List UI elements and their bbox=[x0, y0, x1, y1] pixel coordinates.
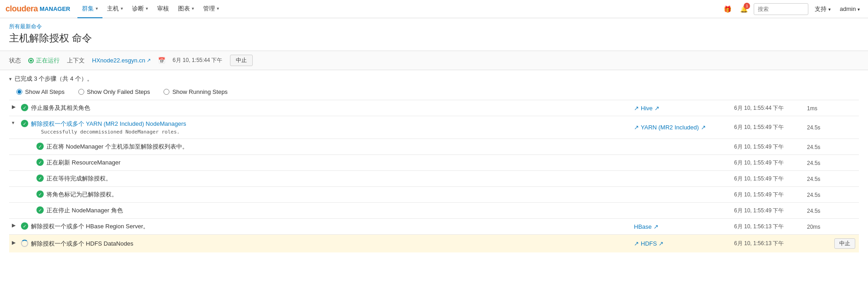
page-title: 主机解除授权 命令 bbox=[0, 31, 868, 51]
table-row: ✓ 正在刷新 ResourceManager 6月 10, 1:55:49 下午… bbox=[9, 155, 859, 171]
step-service: HBase ↗ bbox=[634, 223, 729, 230]
main-content: ▾ 已完成 3 个步骤（共 4 个）。 Show All Steps Show … bbox=[0, 70, 868, 252]
radio-group: Show All Steps Show Only Failed Steps Sh… bbox=[9, 86, 859, 100]
success-icon: ✓ bbox=[36, 190, 44, 198]
step-service: ↗ HDFS ↗ bbox=[634, 240, 729, 247]
service-link[interactable]: HBase bbox=[634, 223, 652, 230]
success-icon: ✓ bbox=[36, 175, 44, 182]
top-nav: cloudera MANAGER 群集 ▾ 主机 ▾ 诊断 ▾ 审核 图表 ▾ … bbox=[0, 0, 868, 18]
step-name: 解除授权一个或多个 HBase Region Server。 bbox=[31, 222, 149, 231]
context-link[interactable]: HXnode22.esgyn.cn ↗ bbox=[92, 57, 151, 64]
step-name: 解除授权一个或多个 HDFS DataNodes bbox=[31, 240, 133, 248]
chevron-down-icon: ▾ bbox=[9, 76, 12, 82]
breadcrumb[interactable]: 所有最新命令 bbox=[0, 18, 868, 31]
step-name: 正在停止 NodeManager 角色 bbox=[46, 206, 123, 215]
chevron-down-icon: ▾ bbox=[217, 6, 219, 11]
chevron-down-icon: ▾ bbox=[121, 6, 123, 11]
step-name[interactable]: 解除授权一个或多个 YARN (MR2 Included) NodeManage… bbox=[31, 120, 186, 128]
external-link-icon: ↗ bbox=[654, 105, 659, 112]
nav-right: 🎁 🔔 1 支持 ▾ admin ▾ bbox=[721, 3, 863, 15]
table-row: ▶ ✓ 停止服务及其相关角色 ↗ Hive ↗ 6月 10, 1:55:44 下… bbox=[9, 100, 859, 116]
table-row: ▶ ✓ 解除授权一个或多个 HBase Region Server。 HBase… bbox=[9, 219, 859, 235]
radio-show-all[interactable]: Show All Steps bbox=[16, 88, 65, 95]
step-name: 正在等待完成解除授权。 bbox=[46, 175, 112, 183]
step-service: ↗ Hive ↗ bbox=[634, 105, 729, 112]
nav-item-host[interactable]: 主机 ▾ bbox=[102, 0, 128, 18]
chevron-down-icon: ▾ bbox=[192, 6, 194, 11]
radio-show-failed-input[interactable] bbox=[78, 89, 84, 95]
status-running-text: 正在运行 bbox=[36, 57, 60, 65]
notification-badge: 1 bbox=[744, 3, 750, 9]
stop-button[interactable]: 中止 bbox=[230, 55, 253, 66]
chevron-down-icon: ▾ bbox=[146, 6, 148, 11]
step-time: 6月 10, 1:56:13 下午 bbox=[734, 223, 784, 230]
step-log: Successfully decommissioned NodeManager … bbox=[31, 129, 186, 135]
status-datetime: 6月 10, 1:55:44 下午 bbox=[173, 57, 222, 64]
status-value: 正在运行 bbox=[28, 57, 60, 65]
status-circle-icon bbox=[28, 58, 34, 63]
step-name: 将角色标记为已解除授权。 bbox=[46, 190, 117, 199]
admin-button[interactable]: admin ▾ bbox=[837, 5, 863, 12]
radio-show-running[interactable]: Show Running Steps bbox=[163, 88, 227, 95]
success-icon: ✓ bbox=[21, 222, 28, 230]
nav-item-cluster[interactable]: 群集 ▾ bbox=[77, 0, 102, 18]
expand-icon[interactable]: ▶ bbox=[12, 104, 18, 110]
external-link-icon: ↗ bbox=[654, 223, 659, 230]
bell-icon[interactable]: 🔔 1 bbox=[737, 3, 750, 15]
search-input[interactable] bbox=[754, 3, 808, 15]
service-link[interactable]: HDFS bbox=[641, 240, 657, 247]
step-time: 6月 10, 1:55:49 下午 bbox=[734, 191, 784, 198]
step-time: 6月 10, 1:55:49 下午 bbox=[734, 124, 784, 130]
success-icon: ✓ bbox=[36, 206, 44, 214]
step-time: 6月 10, 1:55:49 下午 bbox=[734, 144, 784, 150]
step-duration: 20ms bbox=[807, 224, 820, 230]
table-row: ✓ 正在等待完成解除授权。 6月 10, 1:55:49 下午 24.5s bbox=[9, 171, 859, 187]
inline-stop-button[interactable]: 中止 bbox=[834, 238, 855, 249]
step-service: ↗ YARN (MR2 Included) ↗ bbox=[634, 124, 729, 131]
table-row: ✓ 正在将 NodeManager 个主机添加至解除授权列表中。 6月 10, … bbox=[9, 139, 859, 155]
success-icon: ✓ bbox=[36, 143, 44, 150]
nav-item-audit[interactable]: 审核 bbox=[153, 0, 174, 18]
step-duration: 1ms bbox=[807, 105, 817, 112]
step-time: 6月 10, 1:55:49 下午 bbox=[734, 175, 784, 182]
expand-icon[interactable]: ▾ bbox=[12, 120, 18, 126]
step-name: 正在将 NodeManager 个主机添加至解除授权列表中。 bbox=[46, 143, 188, 151]
context-label: 上下文 bbox=[67, 57, 85, 65]
step-time: 6月 10, 1:55:49 下午 bbox=[734, 159, 784, 166]
status-bar: 状态 正在运行 上下文 HXnode22.esgyn.cn ↗ 📅 6月 10,… bbox=[0, 51, 868, 70]
step-time: 6月 10, 1:55:49 下午 bbox=[734, 207, 784, 214]
section-header[interactable]: ▾ 已完成 3 个步骤（共 4 个）。 bbox=[9, 70, 859, 86]
radio-show-failed[interactable]: Show Only Failed Steps bbox=[78, 88, 150, 95]
success-icon: ✓ bbox=[21, 104, 28, 111]
radio-show-all-input[interactable] bbox=[16, 89, 22, 95]
step-duration: 24.5s bbox=[807, 192, 820, 198]
step-name: 停止服务及其相关角色 bbox=[31, 104, 90, 112]
gift-icon[interactable]: 🎁 bbox=[721, 3, 734, 15]
section-summary: 已完成 3 个步骤（共 4 个）。 bbox=[15, 75, 93, 83]
nav-item-charts[interactable]: 图表 ▾ bbox=[174, 0, 199, 18]
external-link-icon: ↗ bbox=[701, 124, 706, 131]
service-link[interactable]: YARN (MR2 Included) bbox=[641, 124, 699, 131]
external-link-icon: ↗ bbox=[634, 240, 639, 247]
steps-table: ▶ ✓ 停止服务及其相关角色 ↗ Hive ↗ 6月 10, 1:55:44 下… bbox=[9, 100, 859, 252]
step-duration: 24.5s bbox=[807, 208, 820, 214]
step-duration: 24.5s bbox=[807, 160, 820, 166]
step-duration: 24.5s bbox=[807, 176, 820, 182]
table-row: ▾ ✓ 解除授权一个或多个 YARN (MR2 Included) NodeMa… bbox=[9, 116, 859, 139]
support-button[interactable]: 支持 ▾ bbox=[812, 5, 833, 13]
success-icon: ✓ bbox=[36, 159, 44, 166]
nav-item-diagnostic[interactable]: 诊断 ▾ bbox=[128, 0, 153, 18]
table-row: ▶ 解除授权一个或多个 HDFS DataNodes ↗ HDFS ↗ 6月 1… bbox=[9, 235, 859, 253]
expand-icon[interactable]: ▶ bbox=[12, 222, 18, 228]
external-link-icon: ↗ bbox=[659, 240, 664, 247]
running-icon bbox=[21, 240, 28, 247]
external-link-icon: ↗ bbox=[634, 105, 639, 112]
nav-item-admin[interactable]: 管理 ▾ bbox=[199, 0, 224, 18]
step-duration: 24.5s bbox=[807, 124, 820, 131]
logo-manager: MANAGER bbox=[40, 5, 70, 12]
chevron-down-icon: ▾ bbox=[858, 7, 860, 12]
expand-icon[interactable]: ▶ bbox=[12, 240, 18, 246]
radio-show-running-input[interactable] bbox=[163, 89, 169, 95]
service-link[interactable]: Hive bbox=[641, 105, 653, 112]
step-time: 6月 10, 1:55:44 下午 bbox=[734, 105, 784, 111]
